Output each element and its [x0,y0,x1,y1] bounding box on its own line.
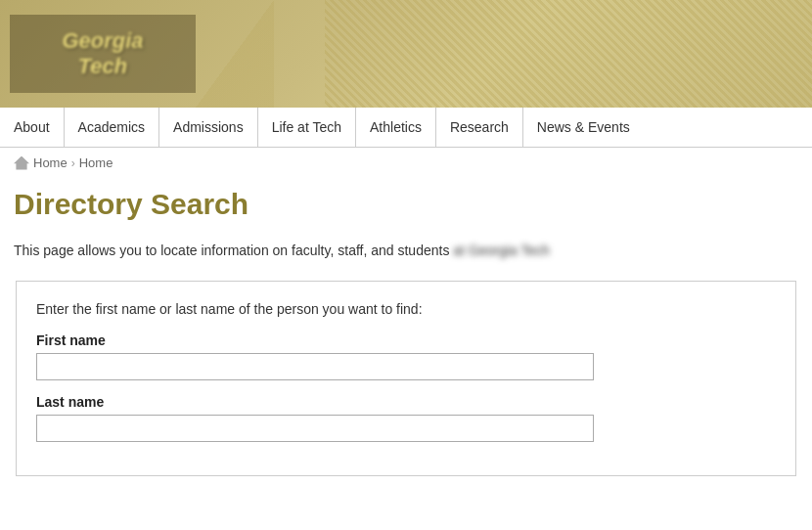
logo-text: GeorgiaTech [62,28,143,80]
page-title: Directory Search [14,188,798,221]
nav-item-athletics[interactable]: Athletics [356,108,436,147]
nav-link-research[interactable]: Research [450,119,509,135]
page-description: This page allows you to locate informati… [14,241,798,261]
nav-link-admissions[interactable]: Admissions [173,119,244,135]
nav-item-life-at-tech[interactable]: Life at Tech [258,108,356,147]
site-logo: GeorgiaTech [10,15,196,93]
nav-item-about[interactable]: About [10,108,65,147]
nav-link-academics[interactable]: Academics [78,119,145,135]
breadcrumb-home-link[interactable]: Home [33,155,68,170]
description-text-start: This page allows you to locate informati… [14,243,449,258]
form-instruction: Enter the first name or last name of the… [36,301,776,317]
nav-link-life-at-tech[interactable]: Life at Tech [272,119,341,135]
main-nav: About Academics Admissions Life at Tech … [0,108,812,148]
first-name-input[interactable] [36,353,594,380]
nav-item-research[interactable]: Research [436,108,523,147]
nav-item-admissions[interactable]: Admissions [159,108,258,147]
nav-link-athletics[interactable]: Athletics [370,119,422,135]
nav-item-academics[interactable]: Academics [65,108,159,147]
nav-link-news-events[interactable]: News & Events [537,119,630,135]
first-name-label: First name [36,332,776,348]
first-name-group: First name [36,332,776,380]
nav-link-about[interactable]: About [14,119,50,135]
breadcrumb-chevron: › [71,156,75,170]
header-diagonal-decoration [196,0,274,108]
last-name-label: Last name [36,394,776,410]
site-header: GeorgiaTech [0,0,812,108]
last-name-input[interactable] [36,415,594,442]
main-content: Directory Search This page allows you to… [0,178,812,496]
last-name-group: Last name [36,394,776,442]
home-icon [14,156,29,170]
nav-item-news-events[interactable]: News & Events [523,108,644,147]
description-text-blurred: at Georgia Tech [453,243,550,258]
search-form-container: Enter the first name or last name of the… [16,281,796,476]
breadcrumb: Home › Home [0,148,812,178]
breadcrumb-current: Home [79,155,113,170]
